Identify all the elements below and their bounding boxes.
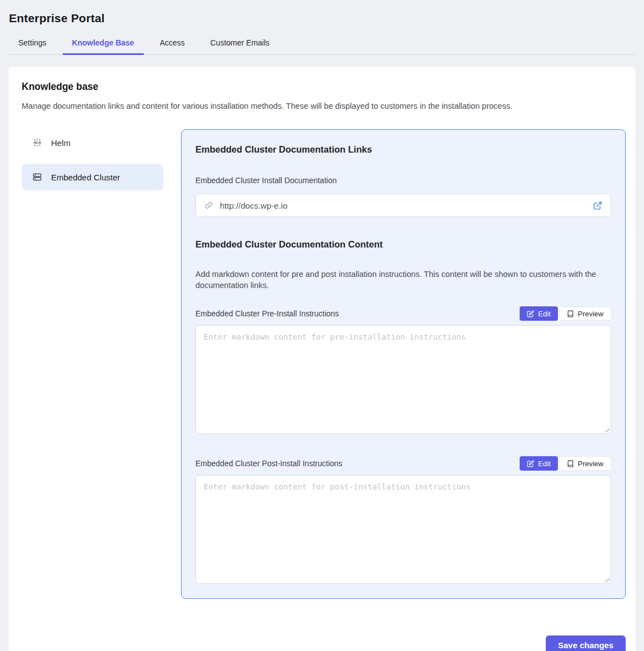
edit-button-label: Edit bbox=[538, 460, 550, 468]
content-section-description: Add markdown content for pre and post in… bbox=[195, 269, 611, 291]
preview-button-label: Preview bbox=[578, 310, 603, 318]
tab-knowledge-base[interactable]: Knowledge Base bbox=[63, 33, 144, 55]
edit-button-label: Edit bbox=[538, 310, 550, 318]
links-section-heading: Embedded Cluster Documentation Links bbox=[195, 144, 611, 155]
card-body: HELM Helm Embedded Cluster bbox=[22, 129, 626, 599]
install-doc-input-wrapper bbox=[195, 194, 611, 217]
edit-preview-toggle: Edit Preview bbox=[520, 456, 611, 471]
install-doc-input[interactable] bbox=[220, 201, 586, 210]
app-header: Enterprise Portal Settings Knowledge Bas… bbox=[0, 0, 644, 55]
edit-icon bbox=[527, 310, 534, 317]
content-section-heading: Embedded Cluster Documentation Content bbox=[195, 239, 611, 250]
book-icon bbox=[567, 310, 574, 317]
method-sidebar: HELM Helm Embedded Cluster bbox=[22, 129, 163, 599]
install-doc-label: Embedded Cluster Install Documentation bbox=[195, 176, 611, 185]
tab-bar: Settings Knowledge Base Access Customer … bbox=[9, 33, 635, 55]
pre-install-textarea[interactable] bbox=[195, 325, 611, 434]
sidebar-item-embedded-cluster[interactable]: Embedded Cluster bbox=[22, 164, 163, 190]
post-install-textarea-wrapper bbox=[195, 475, 611, 584]
edit-preview-toggle: Edit Preview bbox=[520, 306, 611, 321]
content-card: Knowledge base Manage documentation link… bbox=[8, 66, 636, 651]
card-title: Knowledge base bbox=[22, 81, 626, 93]
edit-button[interactable]: Edit bbox=[520, 306, 557, 321]
preview-button-label: Preview bbox=[578, 460, 603, 468]
sidebar-item-label: Embedded Cluster bbox=[51, 173, 120, 182]
link-icon bbox=[204, 201, 213, 210]
edit-button[interactable]: Edit bbox=[520, 456, 557, 471]
open-link-button[interactable] bbox=[593, 201, 602, 210]
post-install-label: Embedded Cluster Post-Install Instructio… bbox=[195, 459, 343, 468]
tab-settings[interactable]: Settings bbox=[9, 33, 56, 55]
post-install-textarea[interactable] bbox=[195, 475, 611, 584]
external-link-icon bbox=[593, 201, 602, 210]
save-changes-button[interactable]: Save changes bbox=[546, 635, 626, 651]
svg-text:HELM: HELM bbox=[33, 142, 41, 144]
post-install-label-row: Embedded Cluster Post-Install Instructio… bbox=[195, 456, 611, 471]
pre-install-label: Embedded Cluster Pre-Install Instruction… bbox=[195, 309, 339, 318]
pre-install-label-row: Embedded Cluster Pre-Install Instruction… bbox=[195, 306, 611, 321]
sidebar-item-label: Helm bbox=[51, 138, 71, 148]
edit-icon bbox=[527, 460, 534, 467]
docs-panel: Embedded Cluster Documentation Links Emb… bbox=[181, 129, 626, 599]
card-description: Manage documentation links and content f… bbox=[22, 100, 626, 112]
preview-button[interactable]: Preview bbox=[559, 306, 611, 321]
book-icon bbox=[567, 460, 574, 467]
helm-icon: HELM bbox=[32, 138, 42, 148]
page: Enterprise Portal Settings Knowledge Bas… bbox=[0, 0, 644, 651]
tab-access[interactable]: Access bbox=[150, 33, 194, 55]
preview-button[interactable]: Preview bbox=[559, 456, 611, 471]
tab-customer-emails[interactable]: Customer Emails bbox=[201, 33, 279, 55]
save-row: Save changes bbox=[22, 635, 626, 651]
sidebar-item-helm[interactable]: HELM Helm bbox=[22, 129, 163, 156]
page-title: Enterprise Portal bbox=[9, 12, 635, 25]
pre-install-textarea-wrapper bbox=[195, 325, 611, 434]
server-stack-icon bbox=[32, 172, 42, 182]
